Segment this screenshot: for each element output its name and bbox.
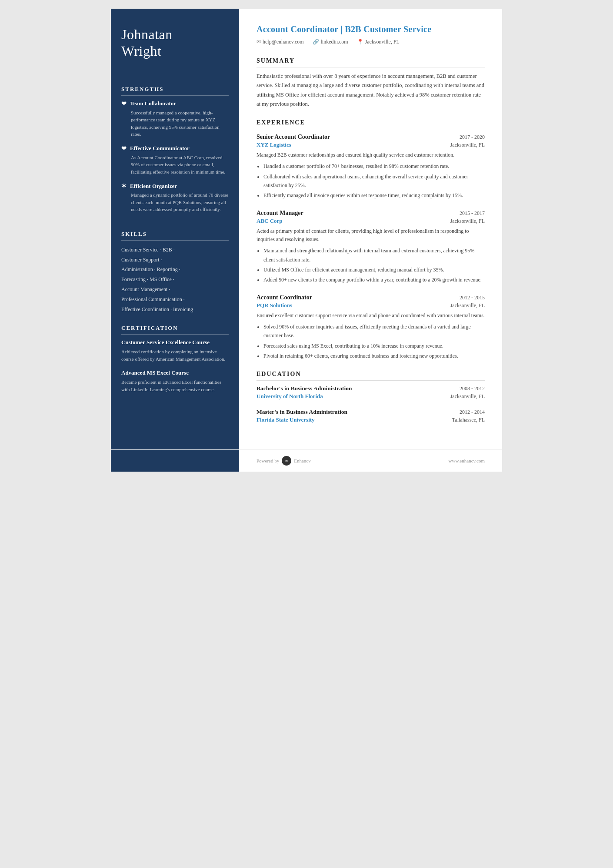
experience-title: EXPERIENCE bbox=[257, 119, 485, 129]
skill-4: Forecasting · MS Office · bbox=[121, 275, 229, 285]
powered-by: Powered by ∞ Enhancv bbox=[257, 456, 311, 466]
cert-item-1: Customer Service Excellence Course Achie… bbox=[121, 339, 229, 362]
strength-title-2: Effective Communicator bbox=[130, 145, 190, 152]
cert-title-2: Advanced MS Excel Course bbox=[121, 369, 229, 377]
exp-bullet-1-1: Handled a customer portfolio of 70+ busi… bbox=[263, 162, 485, 171]
exp-dates-3: 2012 - 2015 bbox=[460, 295, 485, 301]
email-contact: ✉ help@enhancv.com bbox=[257, 39, 304, 45]
strength-desc-3: Managed a dynamic portfolio of around 70… bbox=[121, 191, 229, 213]
sidebar: Johnatan Wright STRENGTHS ❤ Team Collabo… bbox=[111, 9, 239, 449]
exp-bullet-2-2: Utilized MS Office for efficient account… bbox=[263, 265, 485, 274]
certification-title: CERTIFICATION bbox=[121, 325, 229, 335]
strength-title-3: Efficient Organizer bbox=[130, 183, 177, 190]
exp-entry-1: Senior Account Coordinator 2017 - 2020 X… bbox=[257, 134, 485, 200]
edu-entry-1: Bachelor's in Business Administration 20… bbox=[257, 385, 485, 400]
exp-job-title-1: Senior Account Coordinator bbox=[257, 134, 330, 141]
strength-item-2: ❤ Effective Communicator As Account Coor… bbox=[121, 145, 229, 176]
cert-desc-2: Became proficient in advanced Excel func… bbox=[121, 379, 229, 393]
strength-item-1: ❤ Team Collaborator Successfully managed… bbox=[121, 100, 229, 138]
exp-location-2: Jacksonville, FL bbox=[450, 218, 485, 225]
exp-bullet-3-1: Solved 90% of customer inquiries and iss… bbox=[263, 322, 485, 340]
skills-list: Customer Service · B2B · Customer Suppor… bbox=[121, 245, 229, 315]
location-value: Jacksonville, FL bbox=[365, 39, 400, 45]
person-name: Johnatan Wright bbox=[121, 26, 229, 60]
exp-desc-2: Acted as primary point of contact for cl… bbox=[257, 227, 485, 244]
edu-dates-2: 2012 - 2014 bbox=[460, 409, 485, 416]
education-title: EDUCATION bbox=[257, 371, 485, 381]
exp-bullet-2-1: Maintained and strengthened relationship… bbox=[263, 246, 485, 264]
edu-location-2: Tallahassee, FL bbox=[452, 417, 485, 423]
skill-2: Customer Support · bbox=[121, 255, 229, 265]
sidebar-footer bbox=[111, 450, 239, 472]
enhancv-logo-mark: ∞ bbox=[282, 456, 291, 466]
edu-degree-2: Master's in Business Administration bbox=[257, 409, 347, 416]
exp-job-title-3: Account Coordinator bbox=[257, 294, 312, 301]
linkedin-value: linkedin.com bbox=[321, 39, 348, 45]
job-title: Account Coordinator | B2B Customer Servi… bbox=[257, 24, 485, 34]
skills-title: SKILLS bbox=[121, 231, 229, 241]
exp-bullets-1: Handled a customer portfolio of 70+ busi… bbox=[257, 162, 485, 200]
exp-bullets-3: Solved 90% of customer inquiries and iss… bbox=[257, 322, 485, 361]
exp-bullet-1-2: Collaborated with sales and operational … bbox=[263, 172, 485, 190]
edu-degree-1: Bachelor's in Business Administration bbox=[257, 385, 352, 392]
exp-dates-1: 2017 - 2020 bbox=[460, 134, 485, 141]
main-footer: Powered by ∞ Enhancv www.enhancv.com bbox=[239, 450, 502, 472]
skill-6: Professional Communication · bbox=[121, 295, 229, 305]
contact-bar: ✉ help@enhancv.com 🔗 linkedin.com 📍 Jack… bbox=[257, 39, 485, 45]
strength-desc-2: As Account Coordinator at ABC Corp, reso… bbox=[121, 154, 229, 176]
email-icon: ✉ bbox=[257, 39, 261, 45]
exp-company-1: XYZ Logistics bbox=[257, 141, 291, 148]
exp-dates-2: 2015 - 2017 bbox=[460, 210, 485, 217]
exp-company-3: PQR Solutions bbox=[257, 302, 292, 309]
edu-entry-2: Master's in Business Administration 2012… bbox=[257, 409, 485, 423]
exp-bullets-2: Maintained and strengthened relationship… bbox=[257, 246, 485, 285]
strength-item-3: ✶ Efficient Organizer Managed a dynamic … bbox=[121, 182, 229, 213]
exp-location-3: Jacksonville, FL bbox=[450, 302, 485, 309]
exp-job-title-2: Account Manager bbox=[257, 210, 303, 217]
skill-1: Customer Service · B2B · bbox=[121, 245, 229, 255]
footer: Powered by ∞ Enhancv www.enhancv.com bbox=[111, 449, 502, 472]
edu-dates-1: 2008 - 2012 bbox=[460, 385, 485, 392]
edu-school-2: Florida State University bbox=[257, 416, 315, 423]
team-icon: ❤ bbox=[121, 100, 127, 107]
skill-5: Account Management · bbox=[121, 285, 229, 295]
summary-title: SUMMARY bbox=[257, 57, 485, 67]
strengths-title: STRENGTHS bbox=[121, 86, 229, 96]
brand-name: Enhancv bbox=[294, 458, 310, 463]
exp-desc-3: Ensured excellent customer support servi… bbox=[257, 312, 485, 320]
exp-entry-3: Account Coordinator 2012 - 2015 PQR Solu… bbox=[257, 294, 485, 361]
communicator-icon: ❤ bbox=[121, 145, 127, 152]
organizer-icon: ✶ bbox=[121, 182, 127, 190]
edu-school-1: University of North Florida bbox=[257, 393, 323, 400]
exp-entry-2: Account Manager 2015 - 2017 ABC Corp Jac… bbox=[257, 210, 485, 285]
location-contact: 📍 Jacksonville, FL bbox=[357, 39, 400, 45]
cert-item-2: Advanced MS Excel Course Became proficie… bbox=[121, 369, 229, 393]
exp-bullet-3-2: Forecasted sales using MS Excel, contrib… bbox=[263, 342, 485, 350]
skill-7: Effective Coordination · Invoicing bbox=[121, 305, 229, 315]
exp-bullet-3-3: Pivotal in retaining 60+ clients, ensuri… bbox=[263, 352, 485, 360]
exp-bullet-1-3: Efficiently managed all invoice queries … bbox=[263, 191, 485, 200]
exp-desc-1: Managed B2B customer relationships and e… bbox=[257, 151, 485, 159]
powered-by-label: Powered by bbox=[257, 458, 279, 463]
email-value: help@enhancv.com bbox=[263, 39, 304, 45]
skill-3: Administration · Reporting · bbox=[121, 265, 229, 275]
strength-desc-1: Successfully managed a cooperative, high… bbox=[121, 109, 229, 138]
exp-company-2: ABC Corp bbox=[257, 218, 283, 225]
location-icon: 📍 bbox=[357, 39, 363, 45]
summary-text: Enthusiastic professional with over 8 ye… bbox=[257, 72, 485, 109]
main-content: Account Coordinator | B2B Customer Servi… bbox=[239, 9, 502, 449]
cert-title-1: Customer Service Excellence Course bbox=[121, 339, 229, 346]
edu-location-1: Jacksonville, FL bbox=[450, 393, 485, 400]
cert-desc-1: Achieved certification by completing an … bbox=[121, 348, 229, 362]
linkedin-icon: 🔗 bbox=[313, 39, 319, 45]
exp-bullet-2-3: Added 50+ new clients to the company por… bbox=[263, 275, 485, 284]
exp-location-1: Jacksonville, FL bbox=[450, 142, 485, 148]
footer-website: www.enhancv.com bbox=[449, 458, 485, 463]
strength-title-1: Team Collaborator bbox=[130, 100, 176, 107]
linkedin-contact: 🔗 linkedin.com bbox=[313, 39, 348, 45]
